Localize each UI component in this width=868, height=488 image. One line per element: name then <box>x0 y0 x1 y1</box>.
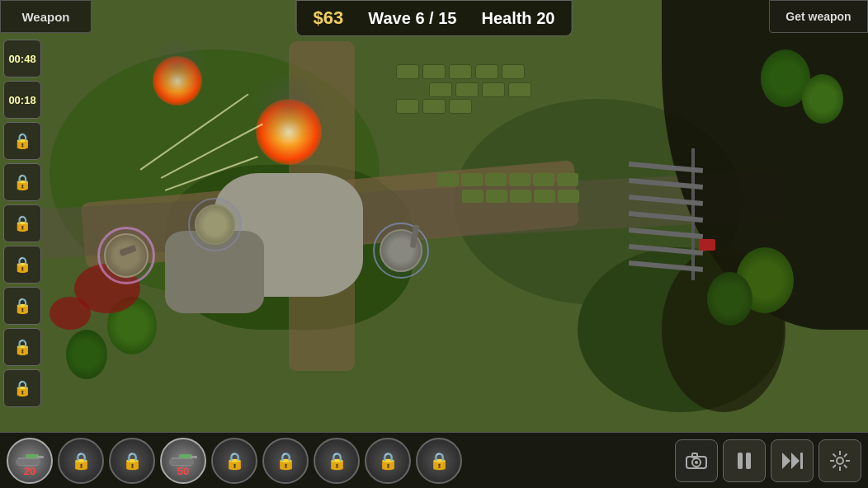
lock-icon-6: 🔒 <box>13 256 31 274</box>
sidebar-slot-1[interactable]: 00:48 <box>3 40 41 77</box>
bottom-slot-8[interactable]: 🔒 <box>365 438 411 484</box>
svg-rect-6 <box>179 454 192 458</box>
lock-icon-b3: 🔒 <box>122 451 143 471</box>
lock-icon-b7: 🔒 <box>327 451 347 471</box>
game-map <box>0 0 868 488</box>
left-sidebar: 00:48 00:18 🔒 🔒 🔒 🔒 🔒 🔒 🔒 <box>0 36 45 411</box>
svg-rect-11 <box>692 453 697 458</box>
lock-icon-b2: 🔒 <box>71 451 92 471</box>
svg-rect-2 <box>26 454 39 458</box>
sidebar-slot-3[interactable]: 🔒 <box>3 122 41 160</box>
lock-icon-b5: 🔒 <box>224 451 245 471</box>
weapon-label: Weapon <box>21 10 69 24</box>
svg-rect-3 <box>37 456 44 458</box>
bottom-slot-9[interactable]: 🔒 <box>416 438 462 484</box>
sidebar-slot-2[interactable]: 00:18 <box>3 81 41 119</box>
lock-icon-b9: 🔒 <box>429 451 450 471</box>
svg-rect-13 <box>746 453 751 469</box>
bottom-bar: 20 🔒 🔒 50 🔒 🔒 🔒 <box>0 432 868 488</box>
bottom-slot-6[interactable]: 🔒 <box>262 438 309 484</box>
header: Weapon $63 Wave 6 / 15 Health 20 Get wea… <box>0 0 868 36</box>
sidebar-slot-5[interactable]: 🔒 <box>3 204 41 242</box>
weapon-button[interactable]: Weapon <box>0 0 92 33</box>
sidebar-slot-4[interactable]: 🔒 <box>3 163 41 201</box>
lock-icon-9: 🔒 <box>13 379 31 397</box>
svg-rect-5 <box>169 459 194 465</box>
bottom-slot-1[interactable]: 20 <box>7 438 53 484</box>
svg-marker-14 <box>782 453 790 469</box>
lock-icon-b6: 🔒 <box>276 451 296 471</box>
bottom-weapons: 20 🔒 🔒 50 🔒 🔒 🔒 <box>7 438 675 484</box>
slot-4-number: 50 <box>177 465 189 477</box>
center-hud: $63 Wave 6 / 15 Health 20 <box>296 0 573 36</box>
bottom-controls <box>675 439 861 482</box>
health-display: Health 20 <box>481 9 554 28</box>
get-weapon-button[interactable]: Get weapon <box>769 0 868 33</box>
sidebar-slot-8[interactable]: 🔒 <box>3 328 41 366</box>
lock-icon-3: 🔒 <box>13 132 31 150</box>
svg-point-17 <box>837 458 843 464</box>
svg-rect-16 <box>800 453 803 469</box>
sidebar-slot-7[interactable]: 🔒 <box>3 287 41 325</box>
money-display: $63 <box>314 7 344 29</box>
bottom-slot-2[interactable]: 🔒 <box>58 438 104 484</box>
bottom-slot-5[interactable]: 🔒 <box>211 438 257 484</box>
svg-line-24 <box>844 453 847 457</box>
bottom-slot-7[interactable]: 🔒 <box>314 438 360 484</box>
timer-2: 00:18 <box>8 94 35 106</box>
sidebar-slot-9[interactable]: 🔒 <box>3 369 41 407</box>
settings-button[interactable] <box>818 439 861 482</box>
get-weapon-label: Get weapon <box>785 10 851 23</box>
lock-icon-8: 🔒 <box>13 338 31 356</box>
svg-line-25 <box>833 465 837 468</box>
fast-forward-button[interactable] <box>771 439 814 482</box>
svg-rect-1 <box>16 459 40 465</box>
svg-rect-12 <box>738 453 743 469</box>
svg-line-22 <box>833 453 837 457</box>
lock-icon-5: 🔒 <box>13 214 31 232</box>
sidebar-slot-6[interactable]: 🔒 <box>3 246 41 284</box>
camera-button[interactable] <box>675 439 718 482</box>
timer-1: 00:48 <box>8 53 35 65</box>
svg-marker-15 <box>791 453 800 469</box>
pause-button[interactable] <box>723 439 766 482</box>
bottom-slot-3[interactable]: 🔒 <box>109 438 155 484</box>
svg-line-23 <box>844 465 847 468</box>
lock-icon-4: 🔒 <box>13 173 31 191</box>
bottom-slot-4[interactable]: 50 <box>160 438 206 484</box>
svg-point-10 <box>695 461 698 464</box>
lock-icon-7: 🔒 <box>13 297 31 315</box>
slot-1-number: 20 <box>24 465 35 477</box>
lock-icon-b8: 🔒 <box>378 451 399 471</box>
wave-display: Wave 6 / 15 <box>368 9 456 28</box>
svg-rect-7 <box>191 456 197 458</box>
